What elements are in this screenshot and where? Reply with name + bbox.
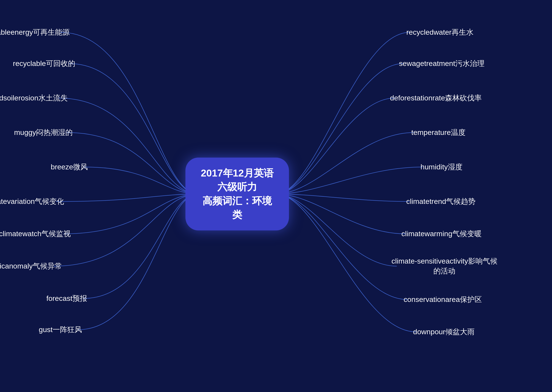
node-climatesensitive: climate-sensitiveactivity影响气候的活动 (391, 256, 497, 276)
node-sewagetreatment: sewagetreatment污水治理 (399, 59, 485, 69)
center-line1: 2017年12月英语六级听力 (201, 168, 274, 192)
center-line2: 高频词汇：环境类 (202, 195, 272, 220)
node-recycledwater: recycledwater再生水 (406, 27, 474, 37)
node-deforestationrate: deforestationrate森林砍伐率 (390, 93, 482, 103)
node-temperature: temperature温度 (411, 128, 465, 138)
node-recyclable: recyclable可回收的 (13, 59, 75, 69)
node-downpour: downpour倾盆大雨 (413, 327, 474, 337)
node-forecast: forecast预报 (46, 294, 87, 303)
node-breeze: breeze微风 (51, 162, 88, 172)
node-conservationarea: conservationarea保护区 (404, 294, 482, 305)
node-climatetrend: climatetrend气候趋势 (406, 196, 475, 206)
node-waterandsoil: waterandsoilerosion水土流失 (0, 93, 68, 103)
node-muggy: muggy闷热潮湿的 (14, 128, 73, 138)
center-node: 2017年12月英语六级听力 高频词汇：环境类 (185, 158, 289, 230)
node-gust: gust一阵狂风 (39, 325, 82, 335)
node-climatewatch: climatewatch气候监视 (0, 229, 71, 239)
node-climatevariation: climatevariation气候变化 (0, 196, 64, 206)
node-humidity: humidity湿度 (420, 162, 462, 172)
node-climatewarming: climatewarming气候变暖 (401, 229, 481, 239)
node-climaticanomaly: climaticanomaly气候异常 (0, 261, 62, 271)
node-renewableenergy: renewableenergy可再生能源 (0, 27, 70, 37)
